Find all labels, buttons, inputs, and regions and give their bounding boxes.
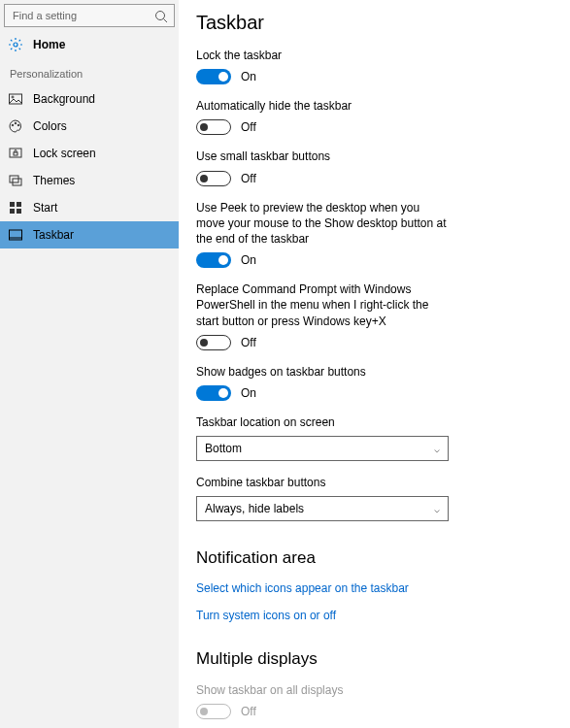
svg-point-4 <box>12 96 14 98</box>
setting-label: Lock the taskbar <box>196 48 449 63</box>
setting-label: Use Peek to preview the desktop when you… <box>196 200 449 248</box>
toggle-state: On <box>241 70 256 83</box>
svg-point-2 <box>14 43 17 47</box>
toggle-badges[interactable] <box>196 385 231 401</box>
gear-icon <box>8 37 23 52</box>
toggle-state: Off <box>241 705 256 718</box>
sidebar-item-themes[interactable]: Themes <box>0 167 179 194</box>
svg-rect-12 <box>10 202 15 207</box>
toggle-peek[interactable] <box>196 252 231 268</box>
select-value: Always, hide labels <box>205 502 304 515</box>
setting-label: Combine taskbar buttons <box>196 475 449 490</box>
setting-lock: Lock the taskbar On <box>196 48 543 84</box>
toggle-state: Off <box>241 336 256 349</box>
nav-home-label: Home <box>33 38 65 51</box>
setting-label: Use small taskbar buttons <box>196 149 449 164</box>
setting-label: Show badges on taskbar buttons <box>196 364 449 380</box>
setting-badges: Show badges on taskbar buttons On <box>196 364 543 401</box>
sidebar-item-label: Taskbar <box>33 228 74 242</box>
svg-rect-14 <box>10 209 15 214</box>
setting-show-all: Show taskbar on all displays Off <box>196 682 543 719</box>
sidebar-item-label: Lock screen <box>33 147 96 160</box>
nav-home[interactable]: Home <box>0 31 179 58</box>
section-multiple: Multiple displays <box>196 649 543 669</box>
select-value: Bottom <box>205 442 242 455</box>
sidebar-item-start[interactable]: Start <box>0 194 179 221</box>
setting-autohide: Automatically hide the taskbar Off <box>196 98 543 135</box>
start-icon <box>8 200 23 215</box>
sidebar: Home Personalization Background Colors L… <box>0 0 179 728</box>
chevron-down-icon: ⌵ <box>434 444 440 454</box>
toggle-autohide[interactable] <box>196 119 231 135</box>
content-area: Taskbar Lock the taskbar On Automaticall… <box>179 0 570 728</box>
setting-peek: Use Peek to preview the desktop when you… <box>196 200 543 269</box>
sidebar-item-label: Colors <box>33 119 67 133</box>
taskbar-icon <box>8 227 23 243</box>
svg-rect-13 <box>17 202 21 207</box>
svg-rect-9 <box>14 152 17 155</box>
svg-point-6 <box>15 122 17 124</box>
section-notification: Notification area <box>196 548 543 568</box>
sidebar-item-taskbar[interactable]: Taskbar <box>0 221 179 248</box>
link-select-icons[interactable]: Select which icons appear on the taskbar <box>196 581 543 595</box>
image-icon <box>8 91 23 107</box>
setting-label: Replace Command Prompt with Windows Powe… <box>196 281 449 329</box>
search-input[interactable] <box>4 4 175 27</box>
sidebar-item-label: Background <box>33 92 95 106</box>
palette-icon <box>8 118 23 134</box>
svg-rect-15 <box>17 209 21 214</box>
setting-label: Show taskbar on all displays <box>196 682 449 698</box>
toggle-powershell[interactable] <box>196 335 231 350</box>
setting-location: Taskbar location on screen Bottom ⌵ <box>196 414 543 461</box>
svg-point-5 <box>12 124 14 126</box>
setting-combine: Combine taskbar buttons Always, hide lab… <box>196 475 543 521</box>
sidebar-item-label: Start <box>33 201 57 215</box>
setting-small: Use small taskbar buttons Off <box>196 149 543 185</box>
search-box <box>4 4 175 27</box>
svg-rect-3 <box>10 94 22 104</box>
toggle-state: Off <box>241 172 256 185</box>
toggle-state: Off <box>241 120 256 134</box>
link-system-icons[interactable]: Turn system icons on or off <box>196 609 543 622</box>
svg-point-7 <box>17 124 19 126</box>
setting-label: Taskbar location on screen <box>196 414 449 430</box>
setting-label: Automatically hide the taskbar <box>196 98 449 114</box>
setting-powershell: Replace Command Prompt with Windows Powe… <box>196 281 543 350</box>
toggle-state: On <box>241 253 256 267</box>
page-title: Taskbar <box>196 12 543 34</box>
sidebar-item-lockscreen[interactable]: Lock screen <box>0 140 179 167</box>
sidebar-item-label: Themes <box>33 174 75 187</box>
themes-icon <box>8 173 23 188</box>
sidebar-item-colors[interactable]: Colors <box>0 113 179 140</box>
toggle-small[interactable] <box>196 171 231 186</box>
select-location[interactable]: Bottom ⌵ <box>196 436 449 461</box>
toggle-state: On <box>241 386 256 400</box>
sidebar-item-background[interactable]: Background <box>0 85 179 113</box>
lock-icon <box>8 146 23 161</box>
toggle-lock[interactable] <box>196 69 231 84</box>
chevron-down-icon: ⌵ <box>434 504 440 514</box>
select-combine[interactable]: Always, hide labels ⌵ <box>196 496 449 521</box>
category-label: Personalization <box>0 60 179 85</box>
toggle-show-all <box>196 704 231 719</box>
